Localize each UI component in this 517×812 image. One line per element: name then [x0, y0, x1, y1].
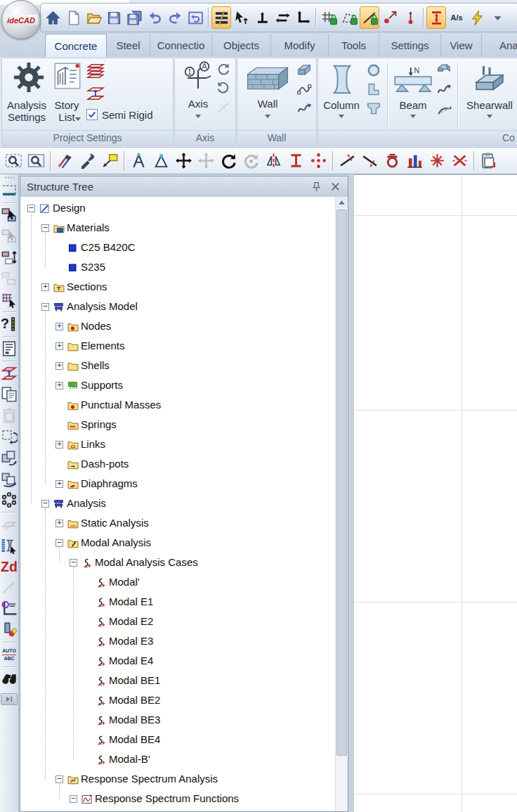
expand-button[interactable] — [1, 693, 18, 705]
select-frame-button[interactable] — [1, 182, 18, 199]
tree-node-modal-b[interactable]: Modal-B' — [20, 750, 336, 770]
tree-node-label[interactable]: Modal-B' — [109, 753, 150, 765]
select-add-button[interactable] — [1, 207, 18, 224]
tree-node-punctual-masses[interactable]: Punctual Masses — [20, 396, 336, 415]
zoom-extents-button[interactable] — [25, 150, 46, 172]
tree-node-modal-be2[interactable]: Modal BE2 — [20, 691, 336, 711]
measure-button[interactable] — [128, 150, 149, 172]
tree-node-label[interactable]: Punctual Masses — [81, 399, 161, 411]
circular-column-icon[interactable] — [366, 63, 381, 78]
tree-node-materials[interactable]: −Materials — [20, 219, 336, 238]
close-icon[interactable] — [329, 181, 341, 193]
perpendicular-button[interactable] — [252, 6, 272, 29]
move-button[interactable] — [173, 150, 194, 172]
dimension-button[interactable] — [1, 600, 18, 617]
rotate-button[interactable] — [218, 150, 239, 172]
tree-node-modal-analysis-cases[interactable]: −Modal Analysis Cases — [20, 553, 336, 573]
expand-toggle[interactable]: + — [55, 323, 63, 330]
redo-button[interactable] — [165, 6, 185, 29]
copy-rotate-button[interactable] — [1, 428, 18, 445]
tree-node-s235[interactable]: S235 — [20, 258, 336, 278]
break-remove-button[interactable] — [449, 150, 470, 172]
rotate-copy-ghost-button[interactable] — [240, 150, 261, 172]
t-column-icon[interactable] — [366, 101, 381, 116]
tab-concrete[interactable]: Concrete — [45, 34, 107, 57]
tree-node-label[interactable]: Dash-pots — [81, 458, 129, 470]
snap-line-button[interactable] — [360, 6, 379, 29]
tab-modify[interactable]: Modify — [271, 34, 329, 57]
storey-slabs-button[interactable] — [1, 365, 18, 382]
query-button[interactable]: ? — [1, 316, 18, 333]
tree-node-label[interactable]: Modal BE1 — [109, 674, 160, 686]
polyline-beam-icon[interactable] — [436, 82, 452, 97]
tree-node-label[interactable]: Shells — [81, 359, 110, 371]
trim-button[interactable] — [336, 150, 358, 172]
tree-node-diaphragms[interactable]: +Diaphragms — [20, 475, 336, 494]
collapse-toggle[interactable]: − — [41, 224, 49, 232]
collapse-toggle[interactable]: − — [41, 500, 49, 508]
tree-node-supports[interactable]: +Supports — [20, 376, 336, 396]
l-column-icon[interactable] — [366, 82, 381, 97]
break-add-button[interactable] — [426, 150, 447, 172]
home-button[interactable] — [43, 6, 63, 29]
tree-node-modal-e2[interactable]: Modal E2 — [20, 612, 336, 632]
collapse-toggle[interactable]: − — [55, 775, 63, 783]
circular-array-button[interactable] — [1, 491, 18, 508]
tree-node-modal-analysis[interactable]: −Modal Analysis — [20, 534, 336, 553]
corner-angle-button[interactable] — [293, 6, 313, 29]
tab-settings[interactable]: Settings — [379, 34, 441, 57]
statistics-button[interactable] — [404, 150, 425, 172]
tree-node-label[interactable]: Modal Analysis — [81, 536, 151, 548]
corner-beam-icon[interactable] — [436, 62, 452, 77]
save-all-button[interactable] — [124, 6, 144, 29]
collapse-toggle[interactable]: − — [55, 539, 63, 547]
rotate-ccw-icon[interactable] — [216, 80, 231, 96]
scroll-up-button[interactable] — [336, 197, 348, 209]
stretch-button[interactable] — [285, 150, 306, 172]
tree-node-label[interactable]: Modal' — [109, 576, 140, 588]
select-remove-button[interactable] — [1, 228, 18, 245]
tree-node-label[interactable]: Diaphragms — [81, 477, 138, 489]
tree-node-links[interactable]: +Links — [20, 435, 336, 455]
match-properties-button[interactable] — [54, 150, 75, 172]
tab-view[interactable]: View — [441, 34, 482, 57]
tree-node-springs[interactable]: Springs — [20, 415, 336, 435]
expand-toggle[interactable]: + — [55, 520, 63, 527]
story-mode-button[interactable] — [426, 6, 446, 29]
tree-node-dash-pots[interactable]: Dash-pots — [20, 455, 336, 475]
tree-node-c25-b420c[interactable]: C25 B420C — [20, 238, 336, 258]
tree-node-design[interactable]: −Design — [20, 199, 336, 219]
report-button[interactable] — [1, 340, 18, 357]
node-select-button[interactable] — [232, 6, 251, 29]
pin-icon[interactable] — [310, 181, 322, 193]
collapse-toggle[interactable]: − — [41, 303, 49, 311]
tree-node-label[interactable]: Modal E3 — [109, 635, 153, 647]
story-stack-icon[interactable] — [86, 62, 105, 80]
arc-beam-icon[interactable] — [436, 102, 452, 117]
tab-connectio[interactable]: Connectio — [150, 34, 212, 57]
paste-button[interactable] — [1, 407, 18, 424]
weld-button[interactable] — [381, 150, 403, 172]
tab-analys[interactable]: Analys — [482, 34, 517, 57]
tree-node-label[interactable]: C25 B420C — [81, 241, 136, 253]
tree-node-label[interactable]: Response Spectrum Analysis — [81, 773, 218, 785]
expand-toggle[interactable]: + — [41, 283, 49, 291]
tree-node-label[interactable]: Nodes — [81, 320, 111, 332]
tree-node-sections[interactable]: +Sections — [20, 278, 336, 297]
collapse-toggle[interactable]: − — [70, 559, 77, 567]
tree-scrollbar[interactable] — [335, 197, 348, 811]
open-file-button[interactable] — [84, 6, 103, 29]
array-button[interactable] — [308, 150, 329, 172]
tree-node-label[interactable]: Static Analysis — [81, 517, 149, 529]
paste-options-button[interactable] — [478, 150, 499, 172]
tree-node-modal-e3[interactable]: Modal E3 — [20, 632, 336, 652]
snap-polygon-button[interactable] — [339, 6, 359, 29]
tree-node-response-spectrum-functions[interactable]: −Response Spectrum Functions — [20, 790, 336, 809]
quick-run-button[interactable] — [467, 6, 487, 29]
select-filter-button[interactable] — [1, 249, 18, 266]
expand-toggle[interactable]: + — [55, 441, 63, 449]
tree-node-elements[interactable]: +Elements — [20, 337, 336, 356]
collapse-toggle[interactable]: − — [27, 205, 35, 212]
axis-line-icon[interactable] — [216, 100, 231, 115]
auto-snap-button[interactable]: A/s — [447, 6, 466, 29]
